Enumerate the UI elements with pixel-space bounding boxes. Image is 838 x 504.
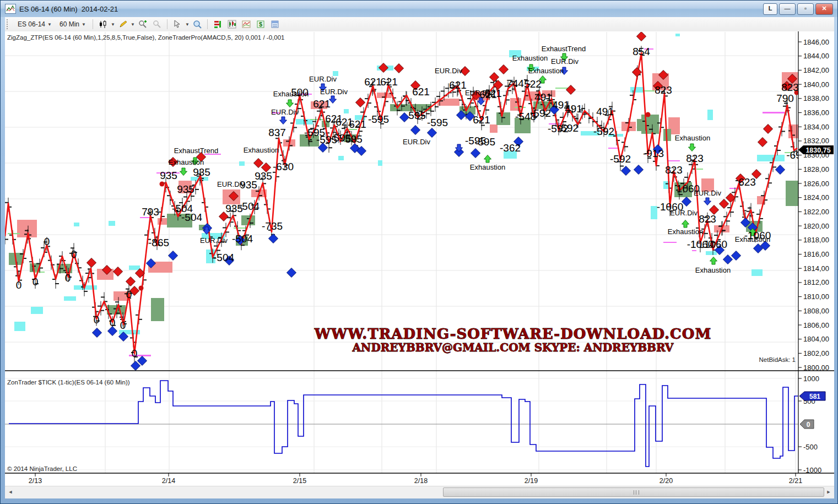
maximize-button[interactable]: ▫ bbox=[797, 3, 814, 15]
pivot-value-label: 0 bbox=[120, 319, 126, 331]
tick-axis-label[interactable]: 1000 bbox=[803, 375, 819, 383]
price-axis-label[interactable]: 1808,00 bbox=[803, 307, 829, 315]
price-axis-label[interactable]: 1842,00 bbox=[803, 66, 829, 74]
dollar-icon[interactable]: $ bbox=[253, 18, 268, 31]
scroll-left-icon[interactable]: ◄ bbox=[6, 487, 15, 497]
pivot-value-label: 522 bbox=[524, 78, 542, 90]
date-axis-label[interactable]: 2/20 bbox=[659, 477, 673, 485]
price-axis-label[interactable]: 1822,00 bbox=[803, 208, 829, 216]
watermark-line2: ANDREYBBRV@GMAIL.COM SKYPE: ANDREYBBRV bbox=[352, 341, 674, 354]
pivot-value-label: 623 bbox=[738, 176, 756, 188]
chart-trader-icon[interactable] bbox=[225, 18, 239, 31]
chart-type-icon[interactable] bbox=[96, 18, 110, 31]
price-axis-label[interactable]: 1832,00 bbox=[803, 137, 829, 145]
horizontal-scrollbar[interactable]: ◄ ► bbox=[5, 486, 834, 498]
price-axis-label[interactable]: 1820,00 bbox=[803, 222, 829, 230]
price-axis-label[interactable]: 1834,00 bbox=[803, 123, 829, 131]
pivot-value-label: 0 bbox=[132, 348, 138, 359]
data-box-icon[interactable] bbox=[190, 18, 204, 31]
price-axis-label[interactable]: 1816,00 bbox=[803, 250, 829, 258]
price-axis-label[interactable]: 1810,00 bbox=[803, 292, 829, 301]
date-axis-label[interactable]: 2/21 bbox=[789, 477, 802, 485]
price-axis-label[interactable]: 1846,00 bbox=[803, 38, 829, 46]
toolbar-grip[interactable] bbox=[7, 19, 12, 29]
signal-label: Exhaustion bbox=[169, 158, 204, 166]
volume-accent-box bbox=[109, 221, 115, 226]
pivot-value-label: 621 bbox=[412, 86, 430, 97]
instrument-selector[interactable]: ES 06-14 ▼ bbox=[14, 19, 56, 30]
pivot-value-label: 823 bbox=[699, 213, 716, 225]
chart-canvas[interactable]: 0000000000793-865935935935935935935-504-… bbox=[5, 31, 834, 498]
period-selector[interactable]: 60 Min ▼ bbox=[56, 19, 90, 30]
tick-axis-label[interactable]: -500 bbox=[803, 443, 818, 451]
price-axis-label[interactable]: 1838,00 bbox=[803, 94, 829, 102]
pivot-value-label: 823 bbox=[781, 82, 799, 93]
indicator-panel-icon[interactable] bbox=[239, 18, 253, 31]
price-axis-label[interactable]: 1802,00 bbox=[803, 349, 829, 357]
magenta-level-line bbox=[763, 112, 785, 113]
date-axis-label[interactable]: 2/13 bbox=[29, 477, 42, 485]
scroll-right-icon[interactable]: ► bbox=[824, 487, 833, 497]
minimize-button[interactable]: — bbox=[779, 3, 796, 15]
green-level-line bbox=[34, 272, 45, 273]
pivot-value-label: 621 bbox=[473, 114, 490, 126]
chevron-down-icon[interactable]: ▼ bbox=[130, 18, 136, 30]
pivot-value-label: 744 bbox=[506, 78, 524, 89]
pivot-value-label: 491 bbox=[596, 106, 614, 117]
signal-label: EUR.Div bbox=[200, 236, 228, 245]
tick-value-badge-text: 581 bbox=[809, 393, 820, 400]
price-axis-label[interactable]: 1826,00 bbox=[803, 180, 829, 188]
netbidask-label: NetBidAsk: 1 bbox=[759, 356, 796, 363]
zoom-in-icon[interactable] bbox=[136, 18, 150, 31]
price-axis-label[interactable]: 1818,00 bbox=[803, 236, 829, 244]
close-button[interactable]: ✕ bbox=[815, 3, 833, 15]
pivot-value-label: 491 bbox=[565, 103, 582, 115]
date-axis-label[interactable]: 2/15 bbox=[293, 477, 306, 485]
date-axis-label[interactable]: 2/19 bbox=[525, 477, 538, 485]
signal-label: EUR.Div bbox=[551, 57, 579, 66]
green-level-line bbox=[555, 88, 568, 89]
pivot-value-label: 0 bbox=[33, 276, 39, 288]
price-axis-label[interactable]: 1836,00 bbox=[803, 109, 829, 117]
magenta-level-line bbox=[668, 160, 680, 161]
scrollbar-thumb[interactable] bbox=[443, 487, 824, 497]
price-axis-label[interactable]: 1824,00 bbox=[803, 193, 829, 202]
price-axis-label[interactable]: 1840,00 bbox=[803, 80, 829, 89]
signal-label: Exhaustion bbox=[735, 235, 770, 243]
price-axis-label[interactable]: 1800,00 bbox=[803, 364, 829, 372]
price-axis-label[interactable]: 1812,00 bbox=[803, 278, 829, 286]
pivot-value-label: -595 bbox=[368, 113, 389, 125]
pivot-value-label: -504 bbox=[232, 233, 253, 245]
title-bar[interactable]: ES 06-14 (60 Min) 2014-02-21 L — ▫ ✕ bbox=[1, 1, 837, 17]
volume-accent-box bbox=[752, 269, 763, 276]
support-zone bbox=[786, 181, 798, 206]
price-axis-label[interactable]: 1806,00 bbox=[803, 321, 829, 329]
price-axis-label[interactable]: 1804,00 bbox=[803, 335, 829, 343]
volume-accent-box bbox=[378, 160, 382, 166]
price-axis-label[interactable]: 1814,00 bbox=[803, 264, 829, 273]
chevron-down-icon[interactable]: ▼ bbox=[110, 18, 116, 30]
tick-axis-label[interactable]: -1000 bbox=[803, 466, 821, 474]
signal-label: EUR.Div bbox=[435, 67, 462, 75]
level2-icon[interactable] bbox=[210, 18, 225, 31]
volume-accent-box bbox=[239, 161, 245, 166]
pivot-value-label: 595 bbox=[408, 110, 426, 121]
draw-tool-icon[interactable] bbox=[116, 18, 130, 31]
volume-accent-box bbox=[707, 110, 713, 120]
date-axis-label[interactable]: 2/14 bbox=[162, 477, 175, 485]
cursor-icon[interactable] bbox=[170, 18, 185, 31]
zoom-out-icon[interactable] bbox=[150, 18, 164, 31]
chevron-down-icon[interactable]: ▼ bbox=[185, 18, 190, 30]
date-axis-label[interactable]: 2/18 bbox=[414, 477, 428, 485]
language-button[interactable]: L bbox=[763, 3, 777, 15]
properties-icon[interactable] bbox=[268, 18, 282, 31]
pivot-value-label: 0 bbox=[65, 272, 71, 284]
price-axis-label[interactable]: 1844,00 bbox=[803, 52, 829, 60]
pivot-value-label: 837 bbox=[268, 127, 286, 138]
pivot-value-label: 823 bbox=[655, 84, 672, 96]
last-price-badge-text: 1830,75 bbox=[805, 147, 830, 154]
price-axis-label[interactable]: 1828,00 bbox=[803, 165, 829, 174]
pivot-value-label: 935 bbox=[193, 166, 210, 178]
pivot-value-label: 935 bbox=[160, 170, 177, 181]
chart-background bbox=[5, 31, 834, 498]
